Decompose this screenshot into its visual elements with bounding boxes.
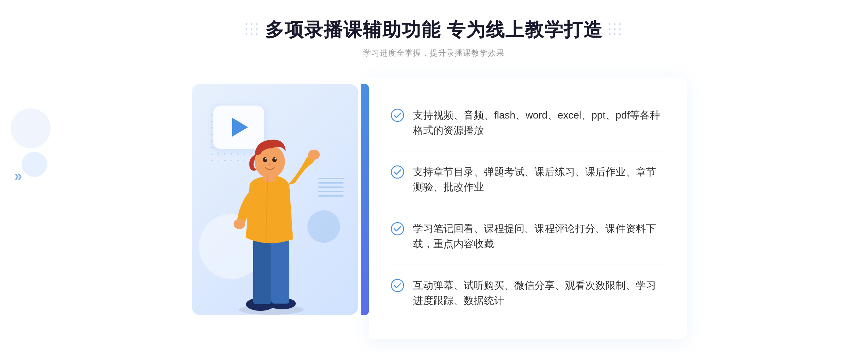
deco-dot: [614, 23, 616, 25]
title-row: 多项录播课辅助功能 专为线上教学打造: [246, 17, 622, 43]
left-title-decoration: [246, 23, 259, 37]
deco-dot: [251, 28, 252, 30]
deco-dot: [609, 33, 610, 35]
header-section: 多项录播课辅助功能 专为线上教学打造 学习进度全掌握，提升录播课教学效果: [246, 17, 622, 59]
deco-dot: [614, 33, 616, 35]
feature-item-4: 互动弹幕、试听购买、微信分享、观看次数限制、学习进度跟踪、数据统计: [391, 265, 665, 321]
left-chevron-icon: »: [14, 168, 22, 184]
feature-item-2: 支持章节目录、弹题考试、课后练习、课后作业、章节测验、批改作业: [391, 151, 665, 208]
svg-point-12: [265, 158, 267, 160]
svg-point-15: [391, 109, 404, 121]
svg-point-11: [272, 157, 277, 162]
check-icon-1: [391, 108, 404, 122]
deco-dot: [246, 28, 247, 30]
deco-dot: [609, 23, 610, 25]
illustration-background: [192, 84, 358, 315]
check-icon-2: [391, 165, 404, 179]
svg-point-17: [391, 223, 404, 235]
page-title: 多项录播课辅助功能 专为线上教学打造: [265, 17, 603, 43]
deco-dot: [246, 23, 247, 25]
deco-dot: [619, 28, 621, 30]
deco-circle-large: [11, 108, 51, 148]
check-icon-3: [391, 222, 404, 236]
right-title-decoration: [609, 23, 622, 37]
deco-dot: [251, 23, 252, 25]
svg-point-7: [308, 150, 320, 160]
feature-text-3: 学习笔记回看、课程提问、课程评论打分、课件资料下载，重点内容收藏: [413, 221, 665, 252]
deco-dot: [614, 28, 616, 30]
feature-text-2: 支持章节目录、弹题考试、课后练习、课后作业、章节测验、批改作业: [413, 164, 665, 195]
svg-point-10: [263, 157, 267, 162]
svg-point-18: [391, 279, 404, 292]
person-illustration: [210, 113, 333, 315]
svg-point-14: [268, 163, 271, 166]
deco-dot: [256, 28, 258, 30]
feature-text-4: 互动弹幕、试听购买、微信分享、观看次数限制、学习进度跟踪、数据统计: [413, 278, 665, 308]
deco-dot: [246, 33, 247, 35]
svg-point-8: [234, 219, 245, 229]
feature-text-1: 支持视频、音频、flash、word、excel、ppt、pdf等各种格式的资源…: [413, 108, 665, 138]
deco-dot: [251, 33, 252, 35]
blue-accent-bar: [361, 84, 369, 315]
deco-dot: [609, 28, 610, 30]
feature-item-1: 支持视频、音频、flash、word、excel、ppt、pdf等各种格式的资源…: [391, 95, 665, 151]
deco-dot: [256, 33, 258, 35]
deco-dot: [256, 23, 258, 25]
check-icon-4: [391, 279, 404, 292]
illustration-container: [181, 77, 369, 339]
feature-item-3: 学习笔记回看、课程提问、课程评论打分、课件资料下载，重点内容收藏: [391, 208, 665, 265]
features-panel: 支持视频、音频、flash、word、excel、ppt、pdf等各种格式的资源…: [369, 77, 687, 339]
deco-dot: [619, 23, 621, 25]
page-container: » 多项录播课辅助功能 专为线上教学打造: [0, 0, 868, 352]
svg-point-13: [275, 158, 276, 160]
page-subtitle: 学习进度全掌握，提升录播课教学效果: [363, 48, 505, 59]
content-area: 支持视频、音频、flash、word、excel、ppt、pdf等各种格式的资源…: [181, 77, 687, 339]
deco-dot: [619, 33, 621, 35]
svg-point-16: [391, 166, 404, 178]
deco-circle-small: [22, 152, 47, 177]
